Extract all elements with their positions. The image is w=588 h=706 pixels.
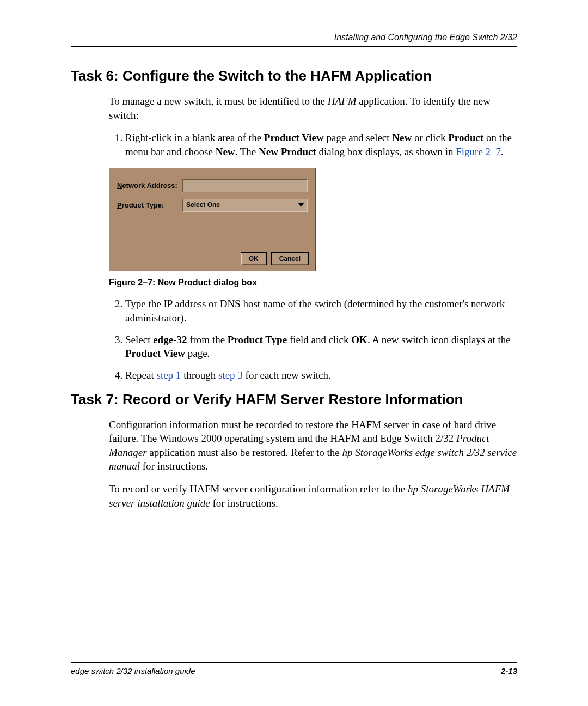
text-bold: OK bbox=[351, 334, 367, 345]
text-bold: Product View bbox=[264, 132, 324, 143]
text: for instructions. bbox=[210, 497, 278, 509]
product-type-select[interactable]: Select One bbox=[182, 199, 308, 212]
text: through bbox=[181, 369, 218, 381]
text: page and select bbox=[324, 132, 393, 143]
task6-list-continued: Type the IP address or DNS host name of … bbox=[109, 297, 517, 382]
cancel-button[interactable]: Cancel bbox=[271, 252, 309, 265]
text-bold: Product Type bbox=[228, 334, 287, 345]
text: field and click bbox=[287, 334, 351, 345]
task6-intro: To manage a new switch, it must be ident… bbox=[109, 94, 517, 122]
task7-para-1: Configuration information must be record… bbox=[109, 418, 517, 474]
figure-ref-link[interactable]: Figure 2–7 bbox=[456, 146, 501, 157]
text-italic: HAFM bbox=[328, 95, 357, 107]
text: To record or verify HAFM server configur… bbox=[109, 483, 408, 495]
step-ref-link[interactable]: step 3 bbox=[218, 369, 243, 381]
text: . A new switch icon displays at the bbox=[367, 334, 511, 345]
page-footer: edge switch 2/32 installation guide 2-13 bbox=[71, 662, 517, 675]
text: Select bbox=[125, 334, 153, 345]
text-bold: New bbox=[392, 132, 412, 143]
text: Repeat bbox=[125, 369, 157, 381]
text: or click bbox=[412, 132, 448, 143]
text: . bbox=[501, 146, 504, 157]
text-bold: New Product bbox=[259, 146, 316, 157]
step-3: Select edge-32 from the Product Type fie… bbox=[125, 333, 517, 361]
network-address-label: Network Address: bbox=[117, 181, 182, 191]
text: To manage a new switch, it must be ident… bbox=[109, 95, 328, 107]
mnemonic: P bbox=[117, 201, 122, 209]
mnemonic: N bbox=[117, 181, 122, 190]
text-bold: edge-32 bbox=[153, 334, 187, 345]
label-text: etwork Address: bbox=[122, 181, 177, 190]
text-bold: Product bbox=[448, 132, 483, 143]
step-2: Type the IP address or DNS host name of … bbox=[125, 297, 517, 325]
text-bold: Product View bbox=[125, 348, 185, 359]
running-header: Installing and Configuring the Edge Swit… bbox=[71, 33, 517, 47]
text: from the bbox=[187, 334, 227, 345]
step-ref-link[interactable]: step 1 bbox=[157, 369, 181, 381]
text: for each new switch. bbox=[243, 369, 331, 381]
new-product-dialog: Network Address: Product Type: Select On… bbox=[109, 168, 316, 271]
label-text: roduct Type: bbox=[122, 201, 164, 209]
text: application must also be restored. Refer… bbox=[147, 447, 342, 458]
task7-title: Task 7: Record or Verify HAFM Server Res… bbox=[71, 391, 517, 408]
product-type-label: Product Type: bbox=[117, 200, 182, 210]
footer-title: edge switch 2/32 installation guide bbox=[71, 666, 195, 675]
step-1: Right-click in a blank area of the Produ… bbox=[125, 131, 517, 159]
step-4: Repeat step 1 through step 3 for each ne… bbox=[125, 368, 517, 382]
figure-caption: Figure 2–7: New Product dialog box bbox=[109, 277, 517, 289]
page-number: 2-13 bbox=[501, 666, 517, 675]
text: dialog box displays, as shown in bbox=[316, 146, 456, 157]
ok-button[interactable]: OK bbox=[241, 252, 267, 265]
text: page. bbox=[185, 348, 210, 359]
text-bold: New bbox=[216, 146, 235, 157]
chevron-down-icon bbox=[298, 203, 304, 207]
task6-title: Task 6: Configure the Switch to the HAFM… bbox=[71, 68, 517, 84]
task6-list: Right-click in a blank area of the Produ… bbox=[109, 131, 517, 159]
text: for instructions. bbox=[140, 460, 208, 472]
text: Configuration information must be record… bbox=[109, 419, 496, 445]
select-value: Select One bbox=[186, 200, 220, 209]
network-address-input[interactable] bbox=[182, 179, 308, 192]
text: Right-click in a blank area of the bbox=[125, 132, 264, 143]
text: . The bbox=[235, 146, 259, 157]
task7-para-2: To record or verify HAFM server configur… bbox=[109, 482, 517, 510]
